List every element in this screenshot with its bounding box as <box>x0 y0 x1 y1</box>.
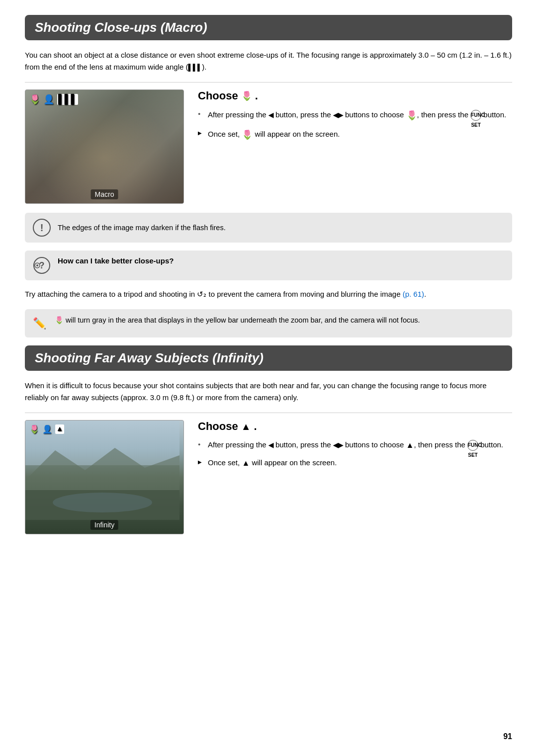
mountain-icon-inline1: ▲ <box>406 439 414 452</box>
svg-point-8 <box>53 493 152 512</box>
macro-icon-inline1: 🌷 <box>406 108 417 123</box>
macro-mode-icon: 🌷 <box>29 94 40 105</box>
portrait-icon: 👤 <box>43 94 54 105</box>
active-mode-icon: ▌▌▌ <box>57 94 78 105</box>
macro-icon-bar: 🌷 👤 ▌▌▌ <box>29 94 78 105</box>
section1-step1: After pressing the ◀ button, press the ◀… <box>198 108 512 123</box>
section2-choose-heading: Choose ▲. <box>198 420 512 433</box>
section1-instruction-list: After pressing the ◀ button, press the ◀… <box>198 108 512 142</box>
left-button2: ◀ <box>268 440 273 451</box>
mountain-icon-inline2: ▲ <box>242 457 250 470</box>
section1-intro: You can shoot an object at a close dista… <box>25 49 512 73</box>
tip-pencil-icon: ✏️ <box>33 315 48 332</box>
section2-choose-icon: ▲ <box>241 421 251 432</box>
notice-icon: ! <box>33 219 51 237</box>
section1-choose-label: Choose <box>198 89 238 102</box>
page-number: 91 <box>503 732 512 741</box>
qa-box: ? How can I take better close-ups? <box>25 251 512 280</box>
section2-intro: When it is difficult to focus because yo… <box>25 380 512 404</box>
qa-link[interactable]: (p. 61) <box>403 290 424 298</box>
tip-text: 🌷 will turn gray in the area that displa… <box>55 315 420 326</box>
section2-divider <box>25 413 512 413</box>
notice-icon-text: ! <box>40 222 44 234</box>
section2-title-text: Shooting Far Away Subjects (Infinity) <box>35 350 264 365</box>
infinity-macro-icon: 🌷 <box>29 424 39 434</box>
section1-choose-heading: Choose 🌷. <box>198 89 512 102</box>
lr-buttons1: ◀▶ <box>333 110 343 121</box>
tip-box: ✏️ 🌷 will turn gray in the area that dis… <box>25 309 512 337</box>
left-button1: ◀ <box>268 110 273 121</box>
camera-qa-icon: ? <box>33 257 50 274</box>
section1-choose-icon: 🌷 <box>241 90 252 101</box>
section1-step2: Once set, 🌷 will appear on the screen. <box>198 128 512 142</box>
section1-title: Shooting Close-ups (Macro) <box>25 15 512 40</box>
section-macro: Shooting Close-ups (Macro) You can shoot… <box>25 15 512 337</box>
lr-buttons2: ◀▶ <box>333 440 343 451</box>
infinity-image-bg: 🌷 👤 ▲ <box>25 420 183 534</box>
macro-image: 🌷 👤 ▌▌▌ Macro <box>25 89 184 204</box>
section-infinity: Shooting Far Away Subjects (Infinity) Wh… <box>25 345 512 534</box>
infinity-image-label: Infinity <box>90 520 118 530</box>
qa-icon: ? <box>33 256 51 274</box>
section2-choose-label: Choose <box>198 420 238 433</box>
notice-box: ! The edges of the image may darken if t… <box>25 213 512 243</box>
macro-image-bg: 🌷 👤 ▌▌▌ <box>25 90 183 203</box>
section1-content: 🌷 👤 ▌▌▌ Macro Choose 🌷. After pressing t… <box>25 89 512 204</box>
section2-instruction-list: After pressing the ◀ button, press the ◀… <box>198 439 512 470</box>
svg-point-3 <box>36 264 38 266</box>
section2-step1: After pressing the ◀ button, press the ◀… <box>198 439 512 452</box>
infinity-icon-bar: 🌷 👤 ▲ <box>29 424 64 434</box>
qa-body-text: Try attaching the camera to a tripod and… <box>25 288 512 300</box>
qa-question: How can I take better close-ups? <box>58 256 174 265</box>
section2-instructions: Choose ▲. After pressing the ◀ button, p… <box>198 420 512 475</box>
macro-icon-inline2: 🌷 <box>242 128 253 142</box>
section2-step2: Once set, ▲ will appear on the screen. <box>198 457 512 470</box>
infinity-scene-svg <box>25 420 179 520</box>
section2-title: Shooting Far Away Subjects (Infinity) <box>25 345 512 371</box>
section1-title-text: Shooting Close-ups (Macro) <box>35 20 207 35</box>
infinity-portrait-icon: 👤 <box>42 424 52 434</box>
macro-image-label: Macro <box>91 189 118 199</box>
infinity-image: 🌷 👤 ▲ Infinity <box>25 420 184 534</box>
qa-content: How can I take better close-ups? <box>58 256 174 265</box>
func-btn1: FUNC SET <box>470 110 481 121</box>
infinity-active-mode-icon: ▲ <box>55 424 64 434</box>
func-btn2: FUNC SET <box>467 440 478 451</box>
notice-text: The edges of the image may darken if the… <box>58 224 226 232</box>
section1-instructions: Choose 🌷. After pressing the ◀ button, p… <box>198 89 512 147</box>
section1-divider <box>25 82 512 83</box>
section2-content: 🌷 👤 ▲ Infinity <box>25 420 512 534</box>
